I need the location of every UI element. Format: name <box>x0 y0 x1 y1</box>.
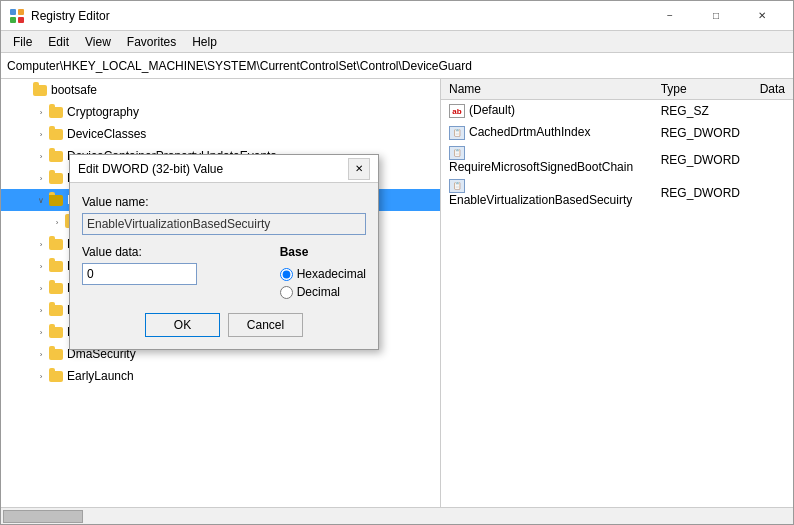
table-row[interactable]: 📋RequireMicrosoftSignedBootChain REG_DWO… <box>441 144 793 177</box>
bottom-scroll-area <box>1 507 793 524</box>
folder-icon-deviceguard <box>49 195 63 206</box>
toggle-scenarios: › <box>49 214 65 230</box>
toggle-devicemigration: › <box>33 236 49 252</box>
address-path: Computer\HKEY_LOCAL_MACHINE\SYSTEM\Curre… <box>7 59 472 73</box>
value-data-label: Value data: <box>82 245 268 259</box>
decimal-option[interactable]: Decimal <box>280 285 366 299</box>
tree-item-deviceclasses[interactable]: › DeviceClasses <box>1 123 440 145</box>
value-data-section: Value data: <box>82 245 268 299</box>
folder-icon-cryptography <box>49 107 63 118</box>
cancel-button[interactable]: Cancel <box>228 313 303 337</box>
folder-icon-deviceoverrides <box>49 261 63 272</box>
edit-dword-dialog: Edit DWORD (32-bit) Value ✕ Value name: … <box>69 154 379 350</box>
toggle-earlylaunch: › <box>33 368 49 384</box>
right-pane[interactable]: Name Type Data ab(Default) REG_SZ 📋Cache… <box>441 79 793 507</box>
registry-table: Name Type Data ab(Default) REG_SZ 📋Cache… <box>441 79 793 209</box>
svg-rect-2 <box>10 17 16 23</box>
toggle-bootsafe <box>17 82 33 98</box>
decimal-radio[interactable] <box>280 286 293 299</box>
close-button[interactable]: ✕ <box>739 1 785 31</box>
horizontal-scrollbar[interactable] <box>1 508 776 524</box>
folder-icon-devicecontainers <box>49 173 63 184</box>
main-content: bootsafe › Cryptography › DeviceClasses … <box>1 79 793 507</box>
tree-item-bootsafe[interactable]: bootsafe <box>1 79 440 101</box>
icon-dword-2: 📋 <box>449 146 465 160</box>
tree-label-earlylaunch: EarlyLaunch <box>67 369 134 383</box>
tree-label-deviceclasses: DeviceClasses <box>67 127 146 141</box>
toggle-devicecontainers: › <box>33 170 49 186</box>
menu-file[interactable]: File <box>5 33 40 51</box>
icon-dword-3: 📋 <box>449 179 465 193</box>
value-data-input[interactable] <box>82 263 197 285</box>
menu-bar: File Edit View Favorites Help <box>1 31 793 53</box>
folder-icon-devquery <box>49 305 63 316</box>
toggle-diagnostics: › <box>33 324 49 340</box>
col-type: Type <box>653 79 752 100</box>
toggle-dmasecurity: › <box>33 346 49 362</box>
toggle-devicepanels: › <box>33 280 49 296</box>
toggle-deviceoverrides: › <box>33 258 49 274</box>
dialog-title-bar: Edit DWORD (32-bit) Value ✕ <box>70 155 378 183</box>
dialog-close-button[interactable]: ✕ <box>348 158 370 180</box>
col-name: Name <box>441 79 653 100</box>
icon-dword-1: 📋 <box>449 126 465 140</box>
minimize-button[interactable]: − <box>647 1 693 31</box>
folder-icon-earlylaunch <box>49 371 63 382</box>
folder-icon-dmasecurity <box>49 349 63 360</box>
dialog-buttons: OK Cancel <box>82 313 366 341</box>
value-name-label: Value name: <box>82 195 366 209</box>
folder-icon-devicemigration <box>49 239 63 250</box>
toggle-devquery: › <box>33 302 49 318</box>
dialog-row: Value data: Base Hexadecimal Decim <box>82 245 366 299</box>
maximize-button[interactable]: □ <box>693 1 739 31</box>
ok-button[interactable]: OK <box>145 313 220 337</box>
hexadecimal-label: Hexadecimal <box>297 267 366 281</box>
folder-icon-deviceclasses <box>49 129 63 140</box>
toggle-deviceguard: ∨ <box>33 192 49 208</box>
toggle-deviceclasses: › <box>33 126 49 142</box>
registry-editor-window: Registry Editor − □ ✕ File Edit View Fav… <box>0 0 794 525</box>
svg-rect-0 <box>10 9 16 15</box>
folder-icon-bootsafe <box>33 85 47 96</box>
col-data: Data <box>752 79 793 100</box>
title-bar: Registry Editor − □ ✕ <box>1 1 793 31</box>
folder-icon-devicepanels <box>49 283 63 294</box>
folder-icon-diagnostics <box>49 327 63 338</box>
toggle-devicecontainerproperty: › <box>33 148 49 164</box>
tree-label-bootsafe: bootsafe <box>51 83 97 97</box>
toggle-cryptography: › <box>33 104 49 120</box>
app-icon <box>9 8 25 24</box>
tree-label-cryptography: Cryptography <box>67 105 139 119</box>
table-row[interactable]: ab(Default) REG_SZ <box>441 100 793 122</box>
svg-rect-1 <box>18 9 24 15</box>
base-label: Base <box>280 245 366 259</box>
window-title: Registry Editor <box>31 9 647 23</box>
hexadecimal-radio[interactable] <box>280 268 293 281</box>
tree-item-earlylaunch[interactable]: › EarlyLaunch <box>1 365 440 387</box>
table-row[interactable]: 📋EnableVirtualizationBasedSecuirty REG_D… <box>441 176 793 209</box>
scroll-thumb[interactable] <box>3 510 83 523</box>
dialog-title: Edit DWORD (32-bit) Value <box>78 162 348 176</box>
window-controls: − □ ✕ <box>647 1 785 31</box>
menu-edit[interactable]: Edit <box>40 33 77 51</box>
menu-help[interactable]: Help <box>184 33 225 51</box>
scroll-corner <box>776 508 793 524</box>
address-bar: Computer\HKEY_LOCAL_MACHINE\SYSTEM\Curre… <box>1 53 793 79</box>
icon-ab: ab <box>449 104 465 118</box>
menu-favorites[interactable]: Favorites <box>119 33 184 51</box>
base-group: Base Hexadecimal Decimal <box>280 245 366 299</box>
hexadecimal-option[interactable]: Hexadecimal <box>280 267 366 281</box>
dialog-body: Value name: Value data: Base Hexadecimal <box>70 183 378 349</box>
tree-item-cryptography[interactable]: › Cryptography <box>1 101 440 123</box>
menu-view[interactable]: View <box>77 33 119 51</box>
folder-icon-devicecontainerproperty <box>49 151 63 162</box>
svg-rect-3 <box>18 17 24 23</box>
value-name-input[interactable] <box>82 213 366 235</box>
decimal-label: Decimal <box>297 285 340 299</box>
table-row[interactable]: 📋CachedDrtmAuthIndex REG_DWORD <box>441 122 793 144</box>
